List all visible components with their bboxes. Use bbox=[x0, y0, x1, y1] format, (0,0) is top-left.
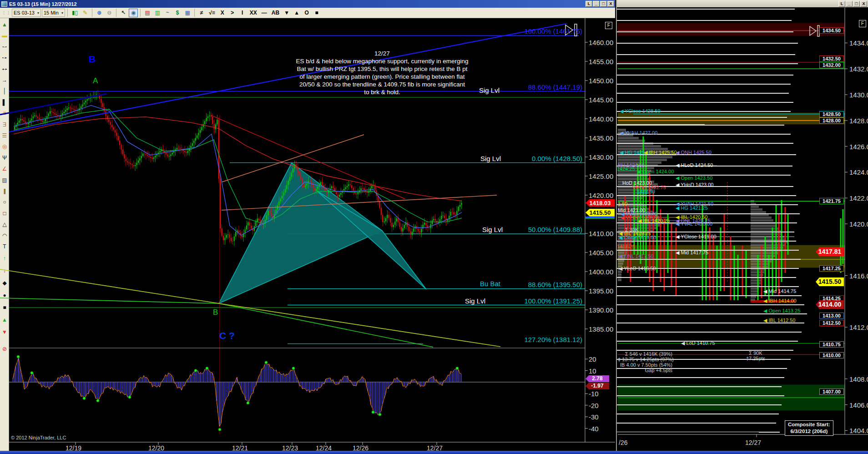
profile-window: L_□X ◀ YClose 1428.50◀ YVAH 1427.00◀ HG … bbox=[616, 0, 868, 454]
taskbar-strip bbox=[0, 451, 868, 454]
oscillator-bars bbox=[13, 357, 461, 426]
trading-workspace: ES 03-13 (15 Min) 12/27/2012 L_□X ⋮⋮ES 0… bbox=[0, 0, 868, 454]
chart-window: ES 03-13 (15 Min) 12/27/2012 L_□X ⋮⋮ES 0… bbox=[0, 0, 615, 454]
main-chart-canvas bbox=[0, 0, 615, 454]
profile-chart-canvas bbox=[617, 0, 868, 454]
